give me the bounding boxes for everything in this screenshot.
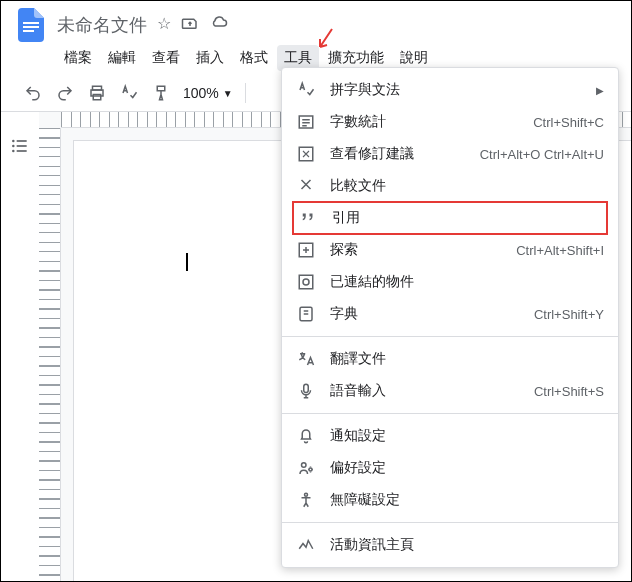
svg-rect-15 xyxy=(299,275,313,289)
menu-linked[interactable]: 已連結的物件 xyxy=(282,266,618,298)
accessibility-icon xyxy=(296,490,316,510)
star-icon[interactable]: ☆ xyxy=(157,14,171,36)
menu-review[interactable]: 查看修訂建議 Ctrl+Alt+O Ctrl+Alt+U xyxy=(282,138,618,170)
menu-preferences[interactable]: 偏好設定 xyxy=(282,452,618,484)
menu-citation[interactable]: 引用 xyxy=(292,201,608,235)
undo-button[interactable] xyxy=(19,79,47,107)
bell-icon xyxy=(296,426,316,446)
document-title[interactable]: 未命名文件 xyxy=(57,13,147,37)
explore-icon xyxy=(296,240,316,260)
zoom-selector[interactable]: 100% ▼ xyxy=(179,85,237,101)
svg-point-10 xyxy=(12,150,15,153)
svg-point-6 xyxy=(12,140,15,143)
svg-rect-0 xyxy=(23,22,39,24)
menu-file[interactable]: 檔案 xyxy=(57,45,99,71)
text-cursor xyxy=(186,253,188,271)
menu-explore[interactable]: 探索 Ctrl+Alt+Shift+I xyxy=(282,234,618,266)
svg-rect-2 xyxy=(23,30,34,32)
menu-dictionary[interactable]: 字典 Ctrl+Shift+Y xyxy=(282,298,618,330)
print-button[interactable] xyxy=(83,79,111,107)
menu-separator xyxy=(282,336,618,337)
svg-rect-1 xyxy=(23,26,39,28)
menu-wordcount[interactable]: 字數統計 Ctrl+Shift+C xyxy=(282,106,618,138)
menu-separator xyxy=(282,522,618,523)
svg-point-16 xyxy=(303,279,309,285)
toolbar-separator xyxy=(245,83,246,103)
svg-rect-11 xyxy=(17,150,27,152)
svg-rect-9 xyxy=(17,145,27,147)
preferences-icon xyxy=(296,458,316,478)
spellcheck-button[interactable] xyxy=(115,79,143,107)
linked-icon xyxy=(296,272,316,292)
redo-button[interactable] xyxy=(51,79,79,107)
svg-point-19 xyxy=(302,463,307,468)
menu-separator xyxy=(282,413,618,414)
svg-point-21 xyxy=(305,493,308,496)
spelling-icon xyxy=(296,80,316,100)
menu-format[interactable]: 格式 xyxy=(233,45,275,71)
citation-icon xyxy=(298,208,318,228)
move-icon[interactable] xyxy=(181,14,199,36)
vertical-ruler[interactable] xyxy=(39,128,61,582)
chevron-down-icon: ▼ xyxy=(223,88,233,99)
paint-format-button[interactable] xyxy=(147,79,175,107)
compare-icon xyxy=(296,176,316,196)
svg-rect-7 xyxy=(17,140,27,142)
menu-edit[interactable]: 編輯 xyxy=(101,45,143,71)
svg-rect-18 xyxy=(304,384,309,392)
menu-insert[interactable]: 插入 xyxy=(189,45,231,71)
menu-voice[interactable]: 語音輸入 Ctrl+Shift+S xyxy=(282,375,618,407)
voice-icon xyxy=(296,381,316,401)
annotation-arrow xyxy=(317,27,335,51)
submenu-arrow-icon: ▶ xyxy=(596,85,604,96)
menu-activity[interactable]: 活動資訊主頁 xyxy=(282,529,618,561)
cloud-status-icon[interactable] xyxy=(209,14,229,36)
menu-accessibility[interactable]: 無障礙設定 xyxy=(282,484,618,516)
menu-spelling[interactable]: 拼字與文法 ▶ xyxy=(282,74,618,106)
activity-icon xyxy=(296,535,316,555)
dictionary-icon xyxy=(296,304,316,324)
tools-dropdown: 拼字與文法 ▶ 字數統計 Ctrl+Shift+C 查看修訂建議 Ctrl+Al… xyxy=(281,67,619,568)
svg-point-8 xyxy=(12,145,15,148)
wordcount-icon xyxy=(296,112,316,132)
menu-notifications[interactable]: 通知設定 xyxy=(282,420,618,452)
zoom-value: 100% xyxy=(183,85,219,101)
translate-icon xyxy=(296,349,316,369)
outline-button[interactable] xyxy=(10,136,30,582)
menu-view[interactable]: 查看 xyxy=(145,45,187,71)
docs-logo[interactable] xyxy=(13,7,49,43)
menu-compare[interactable]: 比較文件 xyxy=(282,170,618,202)
menu-translate[interactable]: 翻譯文件 xyxy=(282,343,618,375)
review-icon xyxy=(296,144,316,164)
svg-point-20 xyxy=(309,468,312,471)
